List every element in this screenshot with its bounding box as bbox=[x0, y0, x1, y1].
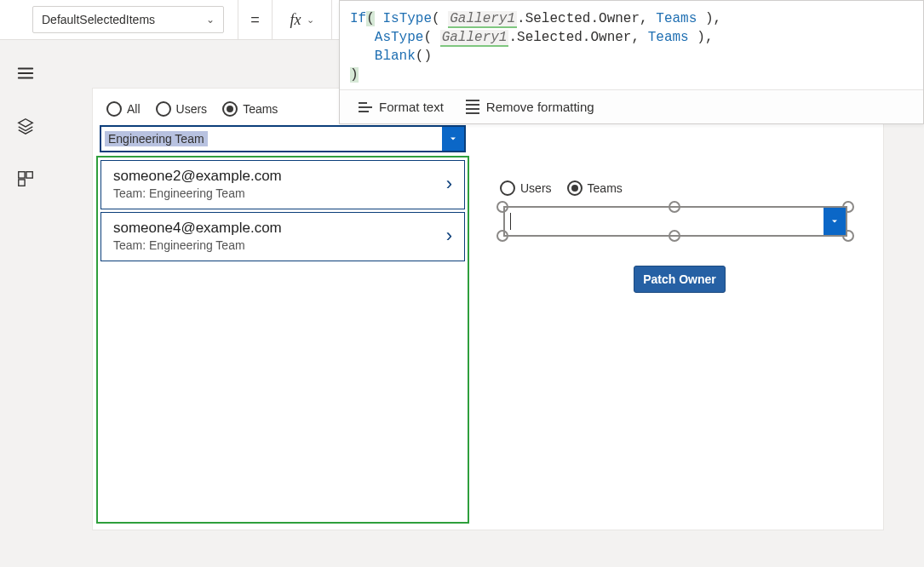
gallery-item[interactable]: someone4@example.com Team: Engineering T… bbox=[100, 212, 465, 261]
remove-formatting-label: Remove formatting bbox=[486, 100, 594, 114]
radio-teams[interactable]: Teams bbox=[567, 180, 623, 196]
patch-owner-label: Patch Owner bbox=[643, 272, 716, 286]
radio-icon bbox=[106, 101, 122, 117]
components-icon[interactable] bbox=[16, 169, 35, 192]
layers-icon[interactable] bbox=[16, 117, 35, 139]
radio-users[interactable]: Users bbox=[500, 180, 552, 196]
radio-icon bbox=[500, 180, 515, 196]
chevron-down-icon bbox=[448, 134, 458, 144]
property-dropdown-label: DefaultSelectedItems bbox=[42, 13, 155, 26]
canvas[interactable]: All Users Teams Engineering Team someone… bbox=[92, 88, 884, 530]
radio-label: Teams bbox=[588, 181, 623, 195]
format-text-label: Format text bbox=[379, 100, 444, 114]
format-text-icon bbox=[359, 102, 372, 112]
selected-control-frame bbox=[496, 206, 854, 237]
format-text-button[interactable]: Format text bbox=[359, 100, 444, 114]
radio-all[interactable]: All bbox=[106, 101, 141, 117]
left-panel: All Users Teams Engineering Team someone… bbox=[96, 94, 469, 524]
left-rail bbox=[0, 40, 51, 567]
fx-button[interactable]: fx ⌄ bbox=[273, 0, 332, 39]
formula-editor[interactable]: If( IsType( Gallery1.Selected.Owner, Tea… bbox=[339, 0, 924, 124]
radio-label: Teams bbox=[243, 102, 278, 116]
team-combobox[interactable]: Engineering Team bbox=[100, 125, 466, 152]
chevron-right-icon: › bbox=[446, 225, 452, 247]
svg-rect-1 bbox=[26, 172, 32, 178]
property-selector-cell: DefaultSelectedItems ⌄ bbox=[0, 0, 238, 39]
chevron-down-icon: ⌄ bbox=[206, 14, 215, 26]
radio-label: All bbox=[127, 102, 141, 116]
radio-icon bbox=[156, 101, 171, 117]
equals-label: = bbox=[238, 0, 273, 39]
combobox-selected-text: Engineering Team bbox=[105, 131, 208, 146]
gallery-item-title: someone2@example.com bbox=[113, 168, 282, 185]
right-radio-group: Users Teams bbox=[496, 174, 863, 204]
radio-icon bbox=[567, 180, 583, 196]
gallery-item[interactable]: someone2@example.com Team: Engineering T… bbox=[100, 160, 465, 209]
gallery-item-subtitle: Team: Engineering Team bbox=[113, 186, 282, 200]
right-panel: Users Teams Patch Owner bbox=[496, 174, 863, 293]
patch-owner-button[interactable]: Patch Owner bbox=[634, 266, 726, 293]
svg-rect-0 bbox=[19, 172, 25, 178]
formula-toolbar: Format text Remove formatting bbox=[340, 89, 923, 123]
text-cursor bbox=[510, 213, 511, 230]
fx-label: fx bbox=[290, 11, 301, 29]
combobox-chevron-button[interactable] bbox=[824, 208, 846, 235]
radio-icon bbox=[222, 101, 238, 117]
gallery-item-title: someone4@example.com bbox=[113, 220, 282, 237]
combobox-chevron-button[interactable] bbox=[442, 127, 464, 151]
hamburger-icon[interactable] bbox=[16, 64, 35, 86]
owner-combobox[interactable] bbox=[503, 206, 847, 237]
radio-label: Users bbox=[176, 102, 208, 116]
radio-users[interactable]: Users bbox=[156, 101, 208, 117]
svg-rect-2 bbox=[19, 180, 25, 186]
gallery[interactable]: someone2@example.com Team: Engineering T… bbox=[96, 156, 469, 524]
chevron-down-icon bbox=[829, 216, 840, 226]
chevron-right-icon: › bbox=[446, 173, 452, 195]
radio-teams[interactable]: Teams bbox=[222, 101, 278, 117]
remove-formatting-icon bbox=[466, 100, 479, 114]
gallery-item-subtitle: Team: Engineering Team bbox=[113, 238, 282, 252]
remove-formatting-button[interactable]: Remove formatting bbox=[466, 100, 594, 114]
formula-text[interactable]: If( IsType( Gallery1.Selected.Owner, Tea… bbox=[340, 1, 923, 89]
chevron-down-icon: ⌄ bbox=[307, 14, 314, 26]
radio-label: Users bbox=[520, 181, 552, 195]
property-dropdown[interactable]: DefaultSelectedItems ⌄ bbox=[32, 6, 224, 33]
